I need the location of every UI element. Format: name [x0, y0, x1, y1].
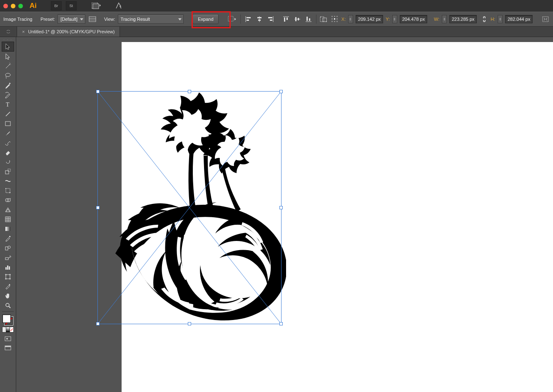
svg-rect-7 — [247, 17, 251, 18]
y-scrubber[interactable]: ⇕ — [392, 15, 397, 23]
magic-wand-tool[interactable] — [2, 62, 14, 71]
bridge-button[interactable]: Br — [51, 1, 62, 10]
fill-swatch[interactable] — [2, 315, 11, 323]
align-hcenter-icon[interactable] — [255, 15, 264, 24]
shaper-tool[interactable] — [2, 138, 14, 147]
rectangle-tool[interactable] — [2, 119, 14, 128]
reference-point-icon[interactable] — [331, 15, 339, 24]
title-bar: Ai Br St — [0, 0, 553, 12]
selection-bounding-box[interactable] — [97, 91, 281, 324]
svg-rect-20 — [298, 18, 299, 20]
symbol-sprayer-tool[interactable] — [2, 253, 14, 262]
screen-mode-icon[interactable] — [2, 344, 14, 353]
paintbrush-tool[interactable] — [2, 129, 14, 138]
gradient-tool[interactable] — [2, 224, 14, 233]
svg-rect-28 — [331, 16, 333, 17]
panel-grip-icon[interactable]: · · · — [0, 38, 16, 41]
h-label: H: — [491, 17, 495, 22]
none-mode-icon[interactable] — [10, 327, 14, 332]
gpu-preview-icon[interactable] — [114, 1, 123, 10]
artboard-tool[interactable] — [2, 272, 14, 281]
zoom-window-icon[interactable] — [18, 4, 23, 8]
close-window-icon[interactable] — [3, 4, 8, 8]
view-label: View: — [104, 17, 115, 22]
align-vcenter-icon[interactable] — [293, 15, 301, 24]
zoom-tool[interactable] — [2, 301, 14, 310]
handle-tr[interactable] — [279, 90, 283, 93]
pen-tool[interactable] — [2, 81, 14, 90]
mesh-tool[interactable] — [2, 215, 14, 224]
shape-builder-tool[interactable] — [2, 196, 14, 205]
tool-panel-grip[interactable] — [0, 27, 17, 37]
h-input[interactable]: 282.044 px — [505, 15, 533, 23]
view-dropdown[interactable]: Tracing Result — [118, 15, 184, 24]
tracing-options-icon[interactable] — [88, 15, 97, 24]
rotate-tool[interactable] — [2, 157, 14, 166]
eyedropper-tool[interactable] — [2, 234, 14, 243]
column-graph-tool[interactable] — [2, 263, 14, 272]
document-tab-title: Untitled-1* @ 200% (CMYK/GPU Preview) — [28, 29, 115, 34]
color-mode-controls[interactable] — [2, 327, 14, 332]
arrange-documents-button[interactable] — [91, 2, 102, 10]
svg-rect-8 — [247, 20, 249, 21]
width-tool[interactable] — [2, 176, 14, 186]
draw-mode-icon[interactable] — [2, 334, 14, 343]
canvas[interactable] — [16, 37, 553, 392]
svg-rect-30 — [336, 16, 338, 17]
link-wh-icon[interactable] — [479, 15, 488, 24]
stock-button[interactable]: St — [66, 1, 77, 10]
gradient-mode-icon[interactable] — [6, 327, 10, 332]
view-value: Tracing Result — [121, 17, 150, 22]
align-top-icon[interactable] — [281, 15, 290, 24]
selection-tool[interactable] — [2, 42, 14, 52]
svg-rect-52 — [9, 236, 10, 237]
blend-tool[interactable] — [2, 243, 14, 253]
handle-tl[interactable] — [96, 90, 100, 93]
handle-tc[interactable] — [188, 90, 191, 93]
svg-rect-55 — [5, 258, 8, 260]
h-scrubber[interactable]: ⇕ — [498, 15, 503, 23]
svg-rect-19 — [295, 17, 296, 21]
slice-tool[interactable] — [2, 282, 14, 291]
handle-br[interactable] — [279, 322, 283, 325]
eraser-tool[interactable] — [2, 148, 14, 157]
align-left-icon[interactable] — [244, 15, 253, 24]
free-transform-tool[interactable] — [2, 186, 14, 195]
handle-mr[interactable] — [279, 206, 283, 209]
svg-point-27 — [326, 21, 327, 22]
curvature-tool[interactable] — [2, 90, 14, 99]
close-tab-icon[interactable]: × — [22, 29, 25, 34]
w-scrubber[interactable]: ⇕ — [442, 15, 447, 23]
color-mode-icon[interactable] — [2, 327, 6, 332]
x-label: X: — [341, 17, 346, 22]
hand-tool[interactable] — [2, 291, 14, 300]
handle-ml[interactable] — [96, 206, 100, 209]
handle-bc[interactable] — [188, 322, 191, 325]
app-logo-icon: Ai — [30, 2, 37, 10]
svg-point-26 — [320, 17, 321, 17]
type-tool[interactable]: T — [2, 100, 14, 109]
align-bottom-icon[interactable] — [304, 15, 313, 24]
handle-bl[interactable] — [96, 322, 100, 325]
isolate-dropdown-icon[interactable] — [228, 15, 237, 24]
svg-rect-31 — [331, 18, 333, 20]
expand-button[interactable]: Expand — [192, 14, 219, 24]
preset-dropdown[interactable]: [Default] — [57, 15, 85, 24]
direct-selection-tool[interactable] — [2, 52, 14, 61]
x-scrubber[interactable]: ⇕ — [348, 15, 353, 23]
align-right-icon[interactable] — [267, 15, 275, 24]
document-tab[interactable]: × Untitled-1* @ 200% (CMYK/GPU Preview) — [17, 27, 120, 37]
svg-rect-29 — [334, 16, 335, 17]
minimize-window-icon[interactable] — [11, 4, 15, 8]
lasso-tool[interactable] — [2, 71, 14, 80]
w-input[interactable]: 223.285 px — [449, 15, 477, 23]
transform-panel-icon[interactable] — [320, 15, 329, 24]
svg-point-56 — [10, 257, 10, 258]
y-input[interactable]: 204.478 px — [400, 15, 428, 23]
perspective-grid-tool[interactable] — [2, 205, 14, 214]
fill-stroke-control[interactable] — [2, 315, 13, 325]
x-input[interactable]: 209.142 px — [356, 15, 384, 23]
fit-icon[interactable] — [541, 15, 550, 24]
line-tool[interactable] — [2, 109, 14, 119]
scale-tool[interactable] — [2, 167, 14, 176]
